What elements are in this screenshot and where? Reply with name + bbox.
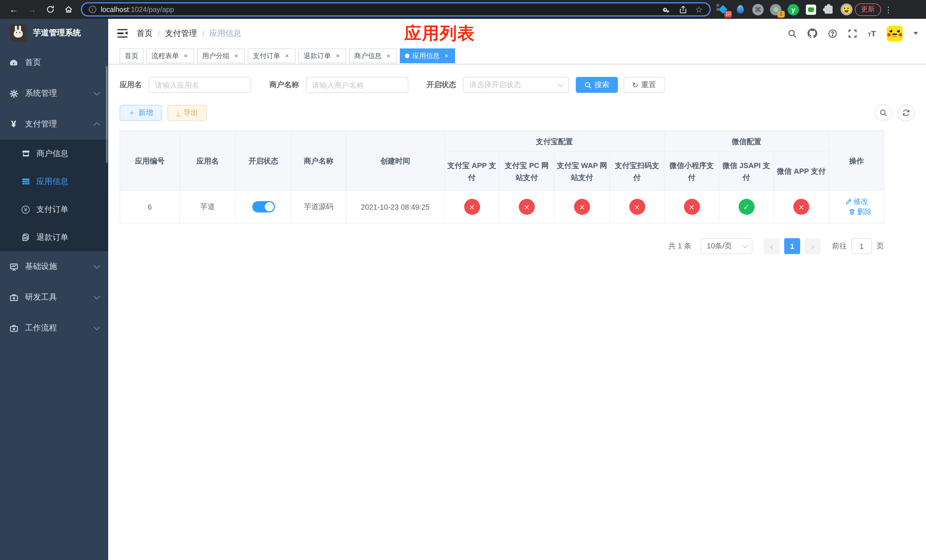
help-icon[interactable]: [828, 29, 837, 38]
fullscreen-icon[interactable]: [848, 29, 857, 38]
tab-close-icon[interactable]: ×: [233, 52, 240, 60]
address-bar[interactable]: i localhost:1024/pay/app ☆: [81, 2, 711, 17]
sidebar-collapse-icon[interactable]: [117, 29, 127, 38]
col-header-actions: 操作: [829, 131, 884, 191]
extension-chat-icon[interactable]: [805, 3, 817, 16]
page-size-select[interactable]: 10条/页: [701, 238, 752, 254]
reset-button[interactable]: ↻ 重置: [623, 77, 664, 93]
tab-app-info[interactable]: 应用信息×: [400, 48, 455, 63]
tab-close-icon[interactable]: ×: [284, 52, 291, 60]
browser-update-button[interactable]: 更新: [855, 3, 881, 16]
yen-icon: ¥: [9, 120, 18, 129]
edit-link[interactable]: 修改: [845, 197, 868, 207]
breadcrumb-item[interactable]: 支付管理: [165, 28, 197, 38]
status-cross-icon: ×: [464, 199, 480, 215]
sidebar-item-infrastructure[interactable]: 基础设施: [0, 251, 108, 282]
sidebar-item-home[interactable]: 首页: [0, 47, 108, 78]
home-icon: [64, 5, 73, 14]
tab-user-group[interactable]: 用户分组×: [197, 48, 245, 63]
chevron-down-icon: [94, 262, 100, 269]
col-header-status: 开启状态: [236, 131, 291, 191]
status-select[interactable]: 请选择开启状态: [463, 77, 569, 93]
tab-pay-orders[interactable]: 支付订单×: [248, 48, 295, 63]
documents-icon: [21, 233, 30, 242]
next-page-button[interactable]: ›: [805, 238, 821, 254]
goto-page-input[interactable]: [851, 238, 872, 254]
plus-icon: ＋: [128, 107, 136, 118]
github-icon[interactable]: [808, 29, 817, 38]
tab-close-icon[interactable]: ×: [334, 52, 341, 60]
prev-page-button[interactable]: ‹: [764, 238, 780, 254]
breadcrumb-item-current: 应用信息: [210, 28, 242, 38]
main-area: 首页 / 支付管理 / 应用信息 应用列表: [108, 19, 926, 560]
merchant-name-label: 商户名称: [269, 80, 299, 90]
chevron-down-icon: [94, 324, 100, 330]
tab-close-icon[interactable]: ×: [443, 52, 450, 60]
extension-tab-manager-icon[interactable]: 10: [716, 3, 729, 16]
search-button[interactable]: 搜索: [576, 77, 618, 93]
app-logo-row[interactable]: 芋道管理系统: [0, 19, 108, 47]
browser-home-button[interactable]: [61, 2, 76, 17]
sidebar-item-pay-orders[interactable]: ¥ 支付订单: [0, 195, 108, 223]
font-size-icon[interactable]: TT: [868, 28, 876, 38]
sidebar-item-workflow[interactable]: 工作流程: [0, 313, 108, 344]
search-icon: [879, 109, 887, 117]
extension-command-icon[interactable]: ⌘: [752, 3, 764, 16]
extensions-puzzle-icon[interactable]: [822, 3, 835, 16]
browser-back-button[interactable]: ←: [6, 2, 21, 17]
tab-merchant-info[interactable]: 商户信息×: [349, 48, 397, 63]
toggle-search-button[interactable]: [875, 104, 892, 121]
breadcrumb: 首页 / 支付管理 / 应用信息: [137, 28, 242, 38]
browser-forward-button[interactable]: →: [24, 2, 39, 17]
sidebar-item-refund-orders[interactable]: 退款订单: [0, 223, 108, 251]
col-header-wechat-mini: 微信小程序支付: [664, 152, 719, 191]
sidebar-item-label: 研发工具: [25, 292, 57, 303]
col-header-merchant: 商户名称: [291, 131, 346, 191]
status-toggle[interactable]: [252, 201, 275, 212]
chevron-down-icon: [742, 242, 748, 248]
user-avatar[interactable]: [887, 25, 903, 41]
delete-link[interactable]: 删除: [849, 207, 872, 217]
share-icon[interactable]: [679, 5, 687, 14]
bookmark-star-icon[interactable]: ☆: [695, 4, 703, 15]
refresh-icon: [902, 109, 910, 117]
sidebar-item-dev-tools[interactable]: 研发工具: [0, 282, 108, 313]
app-name-input[interactable]: [149, 77, 251, 93]
password-key-icon[interactable]: [661, 5, 670, 14]
shop-icon: [21, 149, 30, 158]
add-button[interactable]: ＋ 新增: [120, 105, 162, 121]
tab-close-icon[interactable]: ×: [385, 52, 392, 60]
app-title: 芋道管理系统: [33, 28, 81, 38]
tab-refund-orders[interactable]: 退款订单×: [298, 48, 346, 63]
extension-area: 10 ⌘ 1 y: [716, 3, 853, 16]
extension-recorder-icon[interactable]: 1: [769, 3, 782, 16]
trash-icon: [849, 209, 855, 215]
sidebar-scrollbar[interactable]: [106, 66, 107, 163]
sidebar-item-app-info[interactable]: 应用信息: [0, 168, 108, 195]
sidebar-item-label: 系统管理: [25, 88, 57, 98]
tab-close-icon[interactable]: ×: [182, 52, 189, 60]
cell-wechat-jsapi: ✓: [719, 191, 774, 223]
user-menu-caret-icon[interactable]: [914, 32, 918, 37]
browser-menu-icon[interactable]: ⋮: [884, 5, 893, 14]
browser-toolbar: ← → i localhost:1024/pay/app ☆ 10 ⌘: [0, 0, 926, 19]
extension-y-icon[interactable]: y: [787, 3, 800, 16]
search-icon[interactable]: [788, 29, 797, 38]
sidebar-item-system[interactable]: 系统管理: [0, 78, 108, 109]
extension-balloon-icon[interactable]: [734, 3, 747, 16]
breadcrumb-item[interactable]: 首页: [137, 28, 153, 38]
site-info-icon[interactable]: i: [89, 6, 96, 13]
sidebar-item-label: 工作流程: [25, 323, 57, 333]
tab-home[interactable]: 首页: [120, 48, 144, 63]
refresh-table-button[interactable]: [897, 104, 915, 121]
col-header-alipay-qr: 支付宝扫码支付: [610, 152, 664, 191]
browser-reload-button[interactable]: [43, 2, 57, 17]
tab-process-form[interactable]: 流程表单×: [146, 48, 194, 63]
sidebar-item-payment[interactable]: ¥ 支付管理: [0, 109, 108, 139]
browser-profile-avatar[interactable]: [840, 3, 853, 16]
sidebar-item-label: 基础设施: [25, 262, 57, 272]
page-number-button[interactable]: 1: [784, 238, 800, 254]
export-button[interactable]: ↓ 导出: [168, 105, 207, 121]
merchant-name-input[interactable]: [306, 77, 409, 93]
sidebar-item-merchant-info[interactable]: 商户信息: [0, 139, 108, 168]
